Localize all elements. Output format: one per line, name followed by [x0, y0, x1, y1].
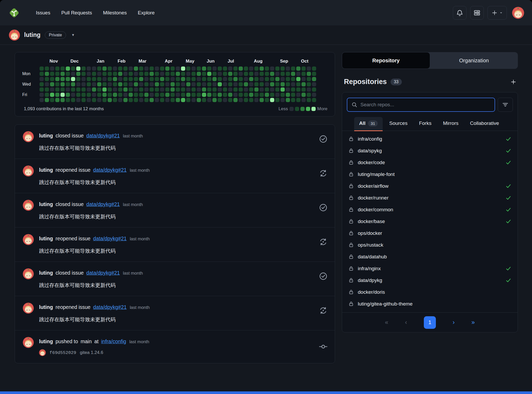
repo-row[interactable]: docker/runner: [342, 192, 518, 204]
repo-filter-tab-mirrors[interactable]: Mirrors: [438, 117, 463, 131]
heatmap-cell: [123, 87, 128, 92]
repo-filter-tab-all[interactable]: All31: [354, 117, 383, 131]
repo-search-box: [347, 98, 495, 112]
heatmap-cell: [61, 77, 65, 81]
repo-row[interactable]: docker/common: [342, 204, 518, 215]
notifications-button[interactable]: [453, 6, 467, 20]
commit-hash[interactable]: f69d552029: [50, 350, 76, 355]
feed-repo-link[interactable]: infra/config: [101, 338, 126, 344]
profile-username: luting: [24, 31, 41, 38]
lock-icon: [348, 266, 354, 271]
heatmap-cell: [40, 93, 44, 97]
feed-avatar[interactable]: [23, 131, 34, 142]
heatmap-cell: [260, 93, 264, 97]
repo-row[interactable]: docker/doris: [342, 286, 518, 298]
visibility-badge[interactable]: Private: [45, 31, 66, 39]
repo-row[interactable]: luting/maple-font: [342, 168, 518, 180]
repo-filter-tab-sources[interactable]: Sources: [384, 117, 413, 131]
heatmap-cell: [123, 98, 128, 102]
repo-row[interactable]: docker/airflow: [342, 180, 518, 192]
heatmap-cell: [239, 66, 243, 71]
repo-name: ops/rustack: [358, 242, 383, 248]
nav-item-explore[interactable]: Explore: [133, 7, 159, 18]
feed-item: lutingreopened issuedata/dpykg#21last mo…: [15, 296, 335, 330]
page-current-button[interactable]: 1: [424, 316, 436, 329]
heatmap-cell: [66, 66, 70, 71]
chevron-down-icon[interactable]: ▼: [71, 33, 75, 37]
repo-row[interactable]: docker/base: [342, 215, 518, 227]
feed-avatar[interactable]: [23, 200, 34, 211]
heatmap-cell: [40, 77, 44, 81]
feed-username[interactable]: luting: [39, 236, 53, 241]
page-next-button[interactable]: ›: [453, 319, 455, 325]
commit-icon: [317, 337, 327, 356]
repo-row[interactable]: docker/code: [342, 157, 518, 168]
heatmap-cell: [40, 66, 44, 71]
heatmap-cell: [197, 77, 201, 81]
repo-filter-button[interactable]: [498, 98, 513, 112]
issue-closed-icon: [317, 268, 327, 289]
repo-search-input[interactable]: [360, 102, 490, 108]
repo-row[interactable]: infra/nginx: [342, 263, 518, 274]
heatmap-cell: [108, 82, 112, 86]
repo-row[interactable]: ops/docker: [342, 227, 518, 239]
profile-avatar[interactable]: [9, 30, 20, 41]
feed-username[interactable]: luting: [39, 304, 53, 310]
repo-filter-tab-collaborative[interactable]: Collaborative: [465, 117, 504, 131]
heatmap-cell: [102, 72, 107, 76]
feed-username[interactable]: luting: [39, 167, 53, 173]
heatmap-cell: [144, 66, 149, 71]
feed-repo-link[interactable]: data/dpykg#21: [93, 304, 127, 310]
heatmap-cell: [176, 82, 180, 86]
gitea-logo[interactable]: [8, 7, 20, 19]
repo-row[interactable]: infra/config: [342, 133, 518, 145]
feed-username[interactable]: luting: [39, 270, 53, 276]
feed-headline: lutingpushed tomainatinfra/configlast mo…: [39, 338, 317, 345]
heatmap-cell: [244, 72, 248, 76]
user-avatar[interactable]: [512, 7, 524, 19]
feed-repo-link[interactable]: data/dpykg#21: [86, 270, 120, 276]
heatmap-cell: [202, 72, 206, 76]
feed-username[interactable]: luting: [39, 338, 53, 344]
feed-avatar[interactable]: [23, 234, 34, 245]
repo-row[interactable]: data/dpykg: [342, 274, 518, 286]
heatmap-cell: [191, 98, 196, 102]
feed-avatar[interactable]: [23, 337, 34, 348]
feed-repo-link[interactable]: data/dpykg#21: [93, 236, 127, 241]
feed-username[interactable]: luting: [39, 133, 53, 138]
feed-repo-link[interactable]: data/dpykg#21: [93, 167, 127, 173]
heatmap-cell: [286, 98, 290, 102]
heatmap-cell: [281, 66, 285, 71]
create-new-button[interactable]: [487, 6, 507, 20]
new-repo-button[interactable]: [511, 79, 516, 85]
tab-organization[interactable]: Organization: [430, 52, 518, 69]
heatmap-cell: [239, 77, 243, 81]
heatmap-cell: [249, 82, 253, 86]
repo-row[interactable]: data/spykg: [342, 145, 518, 157]
heatmap-cell: [228, 98, 232, 102]
tab-repository[interactable]: Repository: [342, 52, 430, 69]
repo-filter-tab-forks[interactable]: Forks: [414, 117, 437, 131]
nav-item-milestones[interactable]: Milestones: [98, 7, 131, 18]
repo-row[interactable]: ops/rustack: [342, 239, 518, 251]
heatmap-cell: [40, 82, 44, 86]
feed-branch: main: [81, 338, 92, 344]
feed-repo-link[interactable]: data/dpykg#21: [86, 133, 120, 138]
heatmap-cell: [50, 66, 54, 71]
repo-row[interactable]: data/datahub: [342, 251, 518, 263]
admin-panel-button[interactable]: [470, 6, 484, 20]
feed-avatar[interactable]: [23, 165, 34, 176]
heatmap-cell: [108, 66, 112, 71]
heatmap-cell: [81, 72, 86, 76]
feed-repo-link[interactable]: data/dpykg#21: [86, 201, 120, 207]
feed-avatar[interactable]: [23, 268, 34, 279]
page-last-button[interactable]: »: [471, 319, 475, 325]
heatmap-cell: [171, 87, 175, 92]
feed-avatar[interactable]: [23, 303, 34, 314]
nav-item-issues[interactable]: Issues: [31, 7, 55, 18]
nav-item-pull-requests[interactable]: Pull Requests: [57, 7, 96, 18]
repo-row[interactable]: luting/gitea-github-theme: [342, 298, 518, 310]
heatmap-cell: [223, 82, 227, 86]
heatmap-footer: 1,093 contributions in the last 12 month…: [22, 106, 327, 112]
feed-username[interactable]: luting: [39, 201, 53, 207]
